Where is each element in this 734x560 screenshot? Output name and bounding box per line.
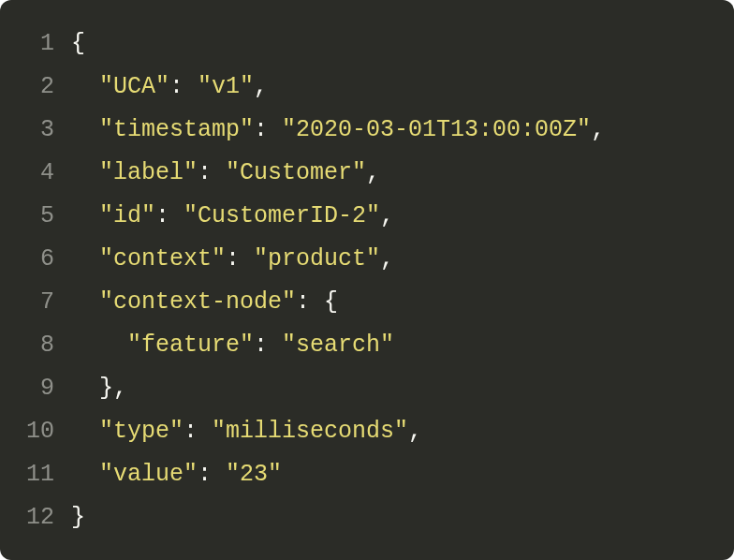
token-key: "label" bbox=[99, 159, 198, 186]
token-pn: , bbox=[380, 202, 394, 229]
line-number: 5 bbox=[0, 195, 71, 238]
code-line: 12} bbox=[0, 496, 734, 539]
token-key: "id" bbox=[99, 202, 155, 229]
line-number: 8 bbox=[0, 324, 71, 367]
code-block: 1{2 "UCA": "v1",3 "timestamp": "2020-03-… bbox=[0, 0, 734, 560]
token-str: "2020-03-01T13:00:00Z" bbox=[282, 116, 591, 143]
token-str: "Customer" bbox=[226, 159, 366, 186]
token-colon: : bbox=[198, 461, 226, 488]
token-str: "milliseconds" bbox=[212, 418, 408, 445]
token-key: "type" bbox=[99, 418, 184, 445]
token-pn bbox=[71, 245, 99, 273]
token-colon: : bbox=[198, 159, 226, 186]
line-number: 12 bbox=[0, 496, 71, 539]
token-key: "value" bbox=[99, 461, 198, 488]
line-content: "context": "product", bbox=[71, 238, 734, 281]
token-colon: : bbox=[169, 73, 198, 100]
code-line: 4 "label": "Customer", bbox=[0, 152, 734, 195]
token-key: "context-node" bbox=[99, 288, 296, 316]
token-colon: : bbox=[254, 116, 282, 143]
code-line: 11 "value": "23" bbox=[0, 453, 734, 496]
line-content: "type": "milliseconds", bbox=[71, 410, 734, 453]
code-line: 1{ bbox=[0, 22, 734, 66]
token-str: "v1" bbox=[198, 73, 254, 100]
line-content: "label": "Customer", bbox=[71, 152, 734, 195]
token-pn bbox=[71, 116, 99, 143]
token-pn: } bbox=[71, 504, 85, 531]
line-number: 1 bbox=[0, 22, 71, 66]
token-pn: , bbox=[254, 73, 268, 100]
token-pn bbox=[71, 288, 99, 316]
line-content: "value": "23" bbox=[71, 453, 734, 496]
token-pn bbox=[71, 202, 99, 229]
code-line: 2 "UCA": "v1", bbox=[0, 66, 734, 109]
token-colon: : bbox=[226, 245, 254, 273]
token-pn: , bbox=[408, 418, 422, 445]
line-number: 10 bbox=[0, 410, 71, 453]
token-pn bbox=[71, 159, 99, 186]
token-colon: : bbox=[296, 288, 324, 316]
code-line: 9 }, bbox=[0, 367, 734, 410]
line-content: } bbox=[71, 496, 734, 539]
code-line: 8 "feature": "search" bbox=[0, 324, 734, 367]
token-pn bbox=[71, 375, 99, 402]
code-lines: 1{2 "UCA": "v1",3 "timestamp": "2020-03-… bbox=[0, 22, 734, 539]
code-line: 6 "context": "product", bbox=[0, 238, 734, 281]
token-pn bbox=[71, 461, 99, 488]
token-str: "CustomerID-2" bbox=[184, 202, 380, 229]
code-line: 5 "id": "CustomerID-2", bbox=[0, 195, 734, 238]
token-pn bbox=[71, 418, 99, 445]
token-colon: : bbox=[155, 202, 184, 229]
code-line: 10 "type": "milliseconds", bbox=[0, 410, 734, 453]
line-number: 7 bbox=[0, 281, 71, 324]
token-colon: : bbox=[184, 418, 212, 445]
line-number: 4 bbox=[0, 152, 71, 195]
token-key: "context" bbox=[99, 245, 226, 273]
token-pn bbox=[71, 332, 127, 359]
line-content: "feature": "search" bbox=[71, 324, 734, 367]
line-number: 11 bbox=[0, 453, 71, 496]
line-number: 3 bbox=[0, 109, 71, 152]
token-key: "timestamp" bbox=[99, 116, 254, 143]
token-pn bbox=[71, 73, 99, 100]
token-str: "product" bbox=[254, 245, 380, 273]
line-number: 9 bbox=[0, 367, 71, 410]
token-pn: , bbox=[366, 159, 380, 186]
line-number: 6 bbox=[0, 238, 71, 281]
token-str: "search" bbox=[282, 332, 394, 359]
line-content: "id": "CustomerID-2", bbox=[71, 195, 734, 238]
token-str: "23" bbox=[226, 461, 282, 488]
code-line: 3 "timestamp": "2020-03-01T13:00:00Z", bbox=[0, 109, 734, 152]
line-content: { bbox=[71, 22, 734, 66]
token-colon: : bbox=[254, 332, 282, 359]
code-line: 7 "context-node": { bbox=[0, 281, 734, 324]
token-pn: , bbox=[591, 116, 605, 143]
line-content: "UCA": "v1", bbox=[71, 66, 734, 109]
line-number: 2 bbox=[0, 66, 71, 109]
line-content: }, bbox=[71, 367, 734, 410]
line-content: "timestamp": "2020-03-01T13:00:00Z", bbox=[71, 109, 734, 152]
token-pn: { bbox=[324, 288, 338, 316]
line-content: "context-node": { bbox=[71, 281, 734, 324]
token-pn: }, bbox=[99, 375, 127, 402]
token-key: "UCA" bbox=[99, 73, 169, 100]
token-pn: { bbox=[71, 30, 85, 57]
token-key: "feature" bbox=[127, 332, 254, 359]
token-pn: , bbox=[380, 245, 394, 273]
